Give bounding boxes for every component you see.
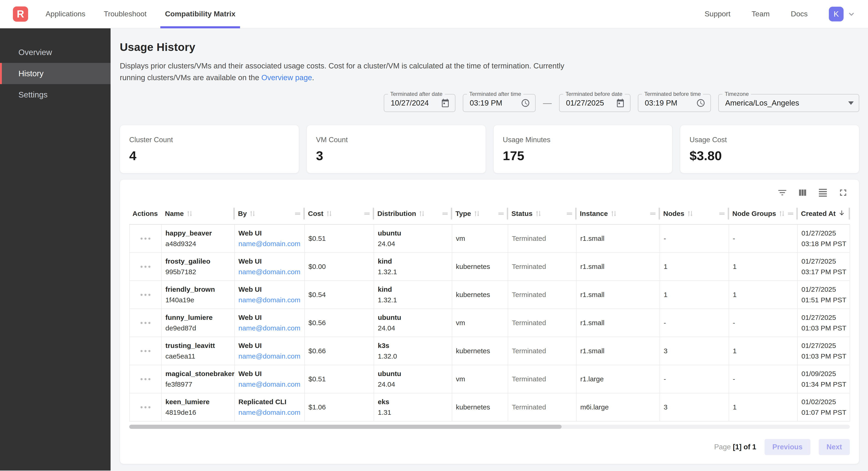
column-header-cost[interactable]: Cost xyxy=(305,203,374,224)
dropdown-arrow-icon[interactable] xyxy=(848,101,854,105)
previous-page-button[interactable]: Previous xyxy=(765,439,810,455)
column-header-by[interactable]: By xyxy=(235,203,305,224)
sort-icon[interactable] xyxy=(610,210,618,217)
drag-handle-icon[interactable] xyxy=(787,210,795,217)
drag-handle-icon[interactable] xyxy=(649,210,657,217)
cluster-name: funny_lumiere xyxy=(165,314,230,321)
filter-icon[interactable] xyxy=(777,187,787,198)
horizontal-scrollbar-thumb[interactable] xyxy=(129,425,562,429)
status-value: Terminated xyxy=(512,319,572,327)
sort-icon[interactable] xyxy=(534,210,542,217)
created-by-email-link[interactable]: name@domain.com xyxy=(239,296,301,304)
row-distribution-cell: ubuntu 24.04 xyxy=(374,309,452,337)
drag-handle-icon[interactable] xyxy=(497,210,505,217)
calendar-icon[interactable] xyxy=(616,98,625,108)
row-actions-menu-icon[interactable] xyxy=(138,320,153,326)
sort-icon[interactable] xyxy=(186,210,193,217)
sort-icon[interactable] xyxy=(325,210,333,217)
row-actions-menu-icon[interactable] xyxy=(138,235,153,242)
sort-desc-arrow-icon[interactable] xyxy=(836,209,845,218)
created-by-email-link[interactable]: name@domain.com xyxy=(239,409,301,416)
nav-link-team[interactable]: Team xyxy=(752,10,770,18)
sort-icon[interactable] xyxy=(418,210,426,217)
overview-page-link[interactable]: Overview page xyxy=(261,73,312,82)
terminated-after-time-field[interactable]: Terminated after time 03:19 PM xyxy=(463,94,535,112)
drag-handle-icon[interactable] xyxy=(565,210,574,217)
nav-link-docs[interactable]: Docs xyxy=(791,10,808,18)
row-actions-menu-icon[interactable] xyxy=(138,263,153,270)
column-header-type[interactable]: Type xyxy=(452,203,508,224)
sort-icon[interactable] xyxy=(778,210,786,217)
nav-tab-compatibility-matrix[interactable]: Compatibility Matrix xyxy=(160,0,240,28)
next-page-button[interactable]: Next xyxy=(819,439,850,455)
sidebar-item-overview[interactable]: Overview xyxy=(0,42,111,63)
density-icon[interactable] xyxy=(817,187,828,198)
clock-icon[interactable] xyxy=(696,98,705,108)
sidebar-item-settings[interactable]: Settings xyxy=(0,84,111,105)
column-header-name[interactable]: Name xyxy=(162,203,235,224)
sort-icon[interactable] xyxy=(686,210,694,217)
node-groups-value: - xyxy=(733,319,794,327)
nav-tab-applications[interactable]: Applications xyxy=(41,0,90,28)
row-actions-menu-icon[interactable] xyxy=(138,376,153,383)
nav-tab-troubleshoot[interactable]: Troubleshoot xyxy=(99,0,151,28)
drag-handle-icon[interactable] xyxy=(294,210,302,217)
column-header-node-groups[interactable]: Node Groups xyxy=(729,203,798,224)
nav-link-support[interactable]: Support xyxy=(705,10,731,18)
created-by-email-link[interactable]: name@domain.com xyxy=(239,380,301,388)
created-by-email-link[interactable]: name@domain.com xyxy=(239,324,301,332)
drag-handle-icon[interactable] xyxy=(363,210,371,217)
row-nodes-cell: 3 xyxy=(660,393,729,421)
table-toolbar xyxy=(129,179,850,203)
nodes-value: 1 xyxy=(664,291,725,299)
usage-history-table-card: Actions Name By Cost xyxy=(120,179,859,464)
created-by-email-link[interactable]: name@domain.com xyxy=(239,240,301,248)
row-created-at-cell: 01/27/2025 01:03 PM PST xyxy=(798,309,850,337)
cost-value: $1.06 xyxy=(308,403,370,411)
date-range-separator: — xyxy=(543,98,552,108)
row-actions-menu-icon[interactable] xyxy=(138,348,153,354)
column-header-status[interactable]: Status xyxy=(508,203,577,224)
row-by-cell: Web UI name@domain.com xyxy=(235,253,305,281)
stat-label: Usage Cost xyxy=(689,136,850,144)
clock-icon[interactable] xyxy=(521,98,530,108)
row-created-at-cell: 01/27/2025 03:17 PM PST xyxy=(798,253,850,281)
row-actions-menu-icon[interactable] xyxy=(138,404,153,411)
table-row: keen_lumiere 4819de16 Replicated CLI nam… xyxy=(129,393,850,421)
timezone-select[interactable]: Timezone America/Los_Angeles xyxy=(718,94,859,112)
created-by-email-link[interactable]: name@domain.com xyxy=(239,268,301,276)
created-by-email-link[interactable]: name@domain.com xyxy=(239,352,301,360)
column-resize-bar[interactable] xyxy=(849,208,850,219)
column-header-nodes[interactable]: Nodes xyxy=(660,203,729,224)
fullscreen-icon[interactable] xyxy=(838,187,848,198)
column-header-instance[interactable]: Instance xyxy=(577,203,660,224)
row-type-cell: vm xyxy=(452,225,508,252)
sort-icon[interactable] xyxy=(249,210,256,217)
columns-icon[interactable] xyxy=(797,187,808,198)
column-header-label: Type xyxy=(456,210,471,217)
row-distribution-cell: ubuntu 24.04 xyxy=(374,365,452,393)
column-header-created-at[interactable]: Created At xyxy=(798,203,850,224)
sidebar-item-history[interactable]: History xyxy=(0,63,111,84)
avatar[interactable]: K xyxy=(829,7,844,22)
replicated-logo[interactable]: R xyxy=(13,6,28,22)
terminated-after-date-field[interactable]: Terminated after date 10/27/2024 xyxy=(384,94,456,112)
sort-icon[interactable] xyxy=(473,210,481,217)
stat-label: Usage Minutes xyxy=(503,136,663,144)
drag-handle-icon[interactable] xyxy=(718,210,726,217)
created-time: 01:07 PM PST xyxy=(801,409,846,416)
drag-handle-icon[interactable] xyxy=(441,210,449,217)
account-menu[interactable]: K xyxy=(829,7,856,22)
terminated-after-date-value: 10/27/2024 xyxy=(391,99,429,107)
row-actions-menu-icon[interactable] xyxy=(138,292,153,298)
terminated-before-time-field[interactable]: Terminated before time 03:19 PM xyxy=(638,94,711,112)
type-value: vm xyxy=(456,375,504,383)
column-header-distribution[interactable]: Distribution xyxy=(374,203,452,224)
row-by-cell: Web UI name@domain.com xyxy=(235,337,305,365)
calendar-icon[interactable] xyxy=(441,98,450,108)
column-header-label: Created At xyxy=(801,210,836,217)
created-time: 01:03 PM PST xyxy=(801,324,846,332)
horizontal-scrollbar-track[interactable] xyxy=(129,425,850,429)
row-actions-cell xyxy=(129,393,162,421)
terminated-before-date-field[interactable]: Terminated before date 01/27/2025 xyxy=(559,94,630,112)
